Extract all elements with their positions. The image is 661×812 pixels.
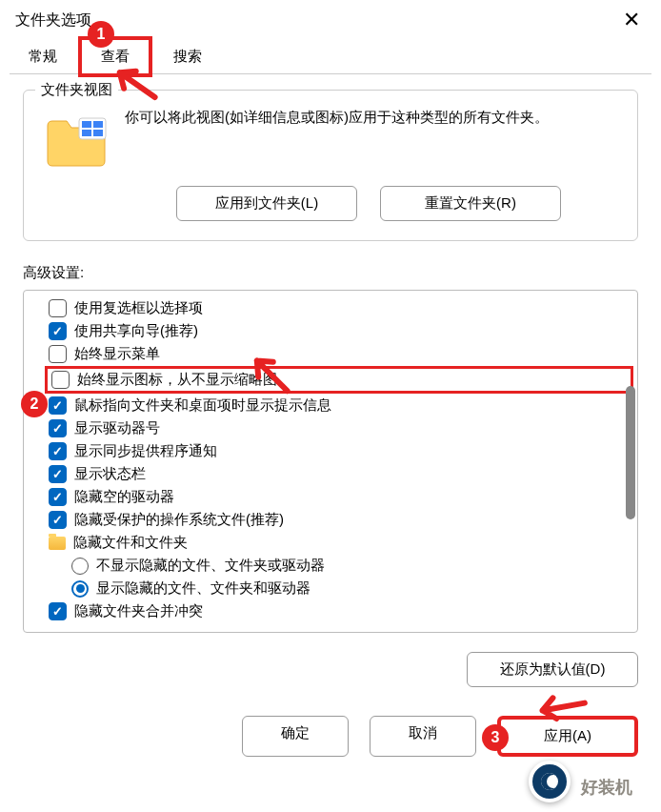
svg-rect-3	[82, 130, 91, 136]
svg-rect-2	[93, 121, 103, 128]
folder-views-group: 文件夹视图 你可以将此视图(如详细信息或图标)应用于这种类型的所有文件夹。 应用…	[23, 90, 638, 241]
checkbox-icon[interactable]	[49, 488, 67, 506]
folder-mini-icon	[49, 537, 66, 550]
list-item[interactable]: 隐藏空的驱动器	[45, 486, 633, 508]
checkbox-icon[interactable]	[51, 371, 70, 389]
list-item[interactable]: 隐藏文件夹合并冲突	[45, 600, 633, 622]
tab-general[interactable]: 常规	[10, 40, 76, 73]
list-item[interactable]: 隐藏受保护的操作系统文件(推荐)	[45, 509, 633, 531]
radio-icon[interactable]	[71, 558, 89, 575]
checkbox-icon[interactable]	[49, 396, 67, 415]
checkbox-icon[interactable]	[49, 299, 67, 317]
svg-rect-1	[82, 121, 91, 128]
close-icon[interactable]: ✕	[617, 8, 646, 32]
list-item[interactable]: 始终显示菜单	[45, 343, 633, 365]
folder-views-desc: 你可以将此视图(如详细信息或图标)应用于这种类型的所有文件夹。	[125, 106, 618, 171]
list-item[interactable]: 显示隐藏的文件、文件夹和驱动器	[68, 578, 633, 599]
cancel-button[interactable]: 取消	[370, 716, 476, 757]
item-label: 隐藏文件和文件夹	[73, 534, 188, 552]
item-label: 隐藏空的驱动器	[74, 488, 174, 506]
annotation-marker-1: 1	[88, 21, 114, 48]
list-item[interactable]: 使用复选框以选择项	[45, 297, 633, 319]
item-label: 鼠标指向文件夹和桌面项时显示提示信息	[74, 396, 331, 415]
item-label: 始终显示菜单	[74, 345, 160, 363]
ok-button[interactable]: 确定	[242, 716, 349, 757]
list-item[interactable]: 显示状态栏	[45, 463, 633, 485]
watermark: 好装机	[581, 776, 632, 799]
annotation-arrow-icon	[522, 665, 600, 745]
item-label: 不显示隐藏的文件、文件夹或驱动器	[96, 557, 325, 575]
list-item-folder[interactable]: 隐藏文件和文件夹	[45, 532, 633, 554]
item-label: 使用复选框以选择项	[74, 299, 203, 317]
list-item[interactable]: 显示同步提供程序通知	[45, 440, 633, 462]
apply-to-folders-button[interactable]: 应用到文件夹(L)	[176, 186, 357, 221]
annotation-marker-3: 3	[482, 724, 509, 751]
list-item[interactable]: 使用共享向导(推荐)	[45, 320, 633, 342]
checkbox-icon[interactable]	[49, 419, 67, 437]
item-label: 显示隐藏的文件、文件夹和驱动器	[96, 579, 310, 598]
svg-rect-4	[93, 130, 103, 136]
list-item[interactable]: 不显示隐藏的文件、文件夹或驱动器	[68, 555, 633, 577]
item-label: 隐藏受保护的操作系统文件(推荐)	[74, 511, 284, 529]
checkbox-icon[interactable]	[49, 465, 67, 483]
item-label: 使用共享向导(推荐)	[74, 322, 198, 340]
checkbox-icon[interactable]	[49, 602, 67, 620]
checkbox-icon[interactable]	[49, 322, 67, 340]
reset-folders-button[interactable]: 重置文件夹(R)	[380, 186, 561, 221]
checkbox-icon[interactable]	[49, 511, 67, 529]
checkbox-icon[interactable]	[49, 442, 67, 460]
checkbox-icon[interactable]	[49, 345, 67, 363]
item-label: 显示状态栏	[74, 465, 146, 483]
list-item[interactable]: 显示驱动器号	[45, 417, 633, 439]
item-label: 显示同步提供程序通知	[74, 442, 217, 460]
advanced-settings-list[interactable]: 使用复选框以选择项 使用共享向导(推荐) 始终显示菜单 始终显示图标，从不显示缩…	[23, 290, 638, 633]
item-label: 隐藏文件夹合并冲突	[74, 602, 203, 620]
advanced-settings-label: 高级设置:	[23, 264, 638, 282]
scrollbar[interactable]	[626, 386, 635, 519]
folder-icon	[43, 113, 110, 171]
item-label: 显示驱动器号	[74, 419, 160, 437]
dialog-title: 文件夹选项	[15, 10, 91, 30]
eye-badge-icon	[529, 761, 571, 802]
list-item-highlighted[interactable]: 始终显示图标，从不显示缩略图	[45, 366, 633, 394]
radio-icon[interactable]	[71, 580, 89, 598]
list-item[interactable]: 鼠标指向文件夹和桌面项时显示提示信息	[45, 395, 633, 416]
annotation-marker-2: 2	[21, 391, 48, 417]
